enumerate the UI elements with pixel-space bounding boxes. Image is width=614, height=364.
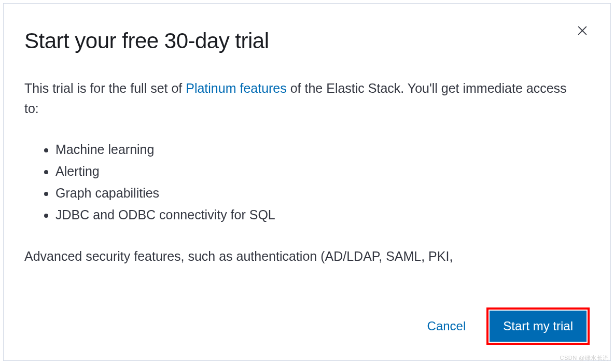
feature-item: Graph capabilities [55,182,579,204]
close-icon [577,25,588,36]
start-button-highlight: Start my trial [486,307,590,345]
platinum-features-link[interactable]: Platinum features [186,81,287,95]
feature-item: Machine learning [55,138,579,160]
start-trial-button[interactable]: Start my trial [490,311,587,342]
advanced-security-text: Advanced security features, such as auth… [24,246,579,267]
feature-item: JDBC and ODBC connectivity for SQL [55,204,579,226]
modal-body-scroll: This trial is for the full set of Platin… [24,78,590,298]
modal-footer: Cancel Start my trial [24,298,590,360]
features-list: Machine learning Alerting Graph capabili… [24,138,579,226]
scroll-fade-overlay [24,277,590,298]
modal-title: Start your free 30-day trial [24,29,590,53]
close-button[interactable] [575,23,590,38]
modal-content: Start your free 30-day trial This trial … [4,4,610,360]
intro-paragraph: This trial is for the full set of Platin… [24,78,579,119]
feature-item: Alerting [55,160,579,182]
modal-dialog: Start your free 30-day trial This trial … [3,3,611,361]
intro-text-before: This trial is for the full set of [24,81,186,95]
watermark-text: CSDN @绿水长流 [560,354,609,362]
cancel-button[interactable]: Cancel [423,313,470,340]
